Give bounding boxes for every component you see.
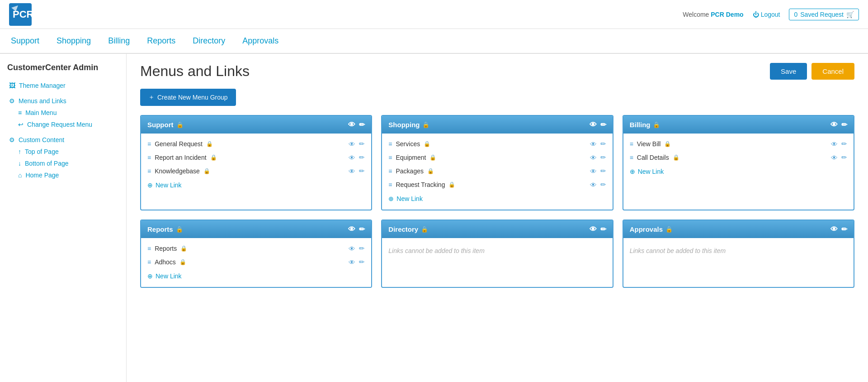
arrow-down-icon: ↓ — [18, 160, 21, 167]
menu-card-header-billing: Billing 🔒 👁 ✏ — [623, 116, 854, 134]
power-icon: ⏻ — [753, 11, 759, 18]
sidebar-item-theme-manager[interactable]: 🖼 Theme Manager — [7, 80, 119, 91]
nav-item-approvals[interactable]: Approvals — [241, 36, 280, 46]
edit-icon-billing[interactable]: ✏ — [841, 120, 847, 129]
sidebar-section-menus: ⚙ Menus and Links ≡ Main Menu ↩ Change R… — [7, 95, 119, 130]
plus-circle-icon: ⊕ — [147, 272, 153, 280]
edit-icon-shopping[interactable]: ✏ — [600, 120, 606, 129]
menu-row-general-request: ≡ General Request 🔒 👁 ✏ — [141, 137, 371, 151]
nav-item-directory[interactable]: Directory — [191, 36, 227, 46]
edit-icon-services[interactable]: ✏ — [600, 140, 606, 148]
menu-row-request-tracking: ≡ Request Tracking 🔒 👁 ✏ — [382, 178, 612, 191]
lock-icon-support: 🔒 — [176, 121, 184, 128]
eye-icon-support[interactable]: 👁 — [348, 121, 355, 129]
lock-icon-billing: 🔒 — [653, 121, 660, 128]
logout-button[interactable]: ⏻ Logout — [753, 11, 780, 18]
eye-icon-kb[interactable]: 👁 — [349, 167, 355, 175]
eye-icon-calldetails[interactable]: 👁 — [831, 154, 838, 162]
saved-request-button[interactable]: 0 Saved Request 🛒 — [789, 9, 859, 20]
cancel-button[interactable]: Cancel — [811, 63, 854, 80]
eye-icon-general[interactable]: 👁 — [349, 140, 355, 148]
nav-item-billing[interactable]: Billing — [106, 36, 132, 46]
menu-row-packages: ≡ Packages 🔒 👁 ✏ — [382, 164, 612, 178]
eye-icon-reports[interactable]: 👁 — [348, 225, 355, 234]
create-menu-group-button[interactable]: ＋ Create New Menu Group — [140, 89, 236, 106]
new-link-reports[interactable]: ⊕ New Link — [141, 269, 371, 283]
new-link-billing[interactable]: ⊕ New Link — [623, 164, 854, 179]
new-link-shopping[interactable]: ⊕ New Link — [382, 191, 612, 206]
menu-row-reports-link: ≡ Reports 🔒 👁 ✏ — [141, 242, 371, 255]
edit-icon-directory[interactable]: ✏ — [600, 225, 606, 234]
nav-item-support[interactable]: Support — [9, 36, 41, 46]
menu-card-body-support: ≡ General Request 🔒 👁 ✏ ≡ Report an Inci — [141, 134, 371, 196]
lock-icon-directory: 🔒 — [421, 226, 428, 233]
approvals-disabled-text: Links cannot be added to this item — [623, 242, 854, 260]
sidebar-item-main-menu[interactable]: ≡ Main Menu — [7, 107, 119, 119]
lock-icon-calldetails: 🔒 — [673, 154, 679, 161]
eye-icon-viewbill[interactable]: 👁 — [831, 140, 838, 148]
drag-icon: ≡ — [147, 140, 151, 148]
menu-row-report-incident: ≡ Report an Incident 🔒 👁 ✏ — [141, 151, 371, 164]
lock-icon-viewbill: 🔒 — [664, 141, 671, 147]
lock-icon-incident: 🔒 — [210, 154, 217, 161]
sidebar-item-change-request-menu[interactable]: ↩ Change Request Menu — [7, 119, 119, 130]
edit-icon-packages[interactable]: ✏ — [600, 167, 606, 175]
sidebar-item-top-of-page[interactable]: ↑ Top of Page — [7, 146, 119, 158]
eye-icon-packages[interactable]: 👁 — [590, 167, 597, 175]
menu-card-body-approvals: Links cannot be added to this item — [623, 238, 854, 263]
menu-row-equipment: ≡ Equipment 🔒 👁 ✏ — [382, 151, 612, 164]
edit-icon-reports[interactable]: ✏ — [359, 225, 365, 234]
edit-icon-general[interactable]: ✏ — [359, 140, 365, 148]
lock-icon-approvals: 🔒 — [665, 226, 673, 233]
lock-icon-general: 🔒 — [206, 141, 213, 147]
drag-icon: ≡ — [147, 258, 151, 266]
sidebar-item-custom-content[interactable]: ⚙ Custom Content — [7, 134, 119, 146]
edit-icon-incident[interactable]: ✏ — [359, 153, 365, 162]
edit-icon-approvals[interactable]: ✏ — [841, 225, 847, 234]
edit-icon-support[interactable]: ✏ — [359, 120, 365, 129]
edit-icon-calldetails[interactable]: ✏ — [841, 153, 847, 162]
main-nav: Support Shopping Billing Reports Directo… — [0, 29, 868, 54]
sidebar-item-home-page[interactable]: ⌂ Home Page — [7, 169, 119, 181]
nav-item-reports[interactable]: Reports — [145, 36, 177, 46]
approvals-title: Approvals — [630, 225, 663, 233]
eye-icon-tracking[interactable]: 👁 — [590, 181, 597, 189]
sidebar-item-bottom-of-page[interactable]: ↓ Bottom of Page — [7, 158, 119, 169]
eye-icon-directory[interactable]: 👁 — [590, 225, 597, 234]
nav-item-shopping[interactable]: Shopping — [55, 36, 93, 46]
edit-icon-viewbill[interactable]: ✏ — [841, 140, 847, 148]
new-link-support[interactable]: ⊕ New Link — [141, 178, 371, 192]
eye-icon-shopping[interactable]: 👁 — [590, 121, 597, 129]
menu-card-shopping: Shopping 🔒 👁 ✏ ≡ Services 🔒 — [381, 115, 613, 210]
eye-icon-approvals[interactable]: 👁 — [830, 225, 838, 234]
lock-icon-adhocs: 🔒 — [179, 259, 186, 265]
sidebar-item-menus-links[interactable]: ⚙ Menus and Links — [7, 95, 119, 107]
main-content: Menus and Links Save Cancel ＋ Create New… — [127, 54, 868, 382]
lock-icon-shopping: 🔒 — [422, 121, 429, 128]
logo: PCR — [9, 3, 32, 26]
sidebar-title: CustomerCenter Admin — [7, 63, 119, 72]
save-button[interactable]: Save — [770, 63, 807, 80]
plus-circle-icon: ⊕ — [388, 195, 394, 202]
lock-icon-tracking: 🔒 — [448, 181, 455, 188]
home-icon: ⌂ — [18, 172, 22, 179]
eye-icon-reports-link[interactable]: 👁 — [349, 245, 355, 253]
drag-icon: ≡ — [630, 154, 633, 161]
directory-title: Directory — [388, 225, 418, 233]
edit-icon-equipment[interactable]: ✏ — [600, 153, 606, 162]
edit-icon-adhocs[interactable]: ✏ — [359, 258, 365, 266]
menu-row-knowledgebase: ≡ Knowledgebase 🔒 👁 ✏ — [141, 164, 371, 178]
edit-icon-tracking[interactable]: ✏ — [600, 181, 606, 189]
eye-icon-incident[interactable]: 👁 — [349, 154, 355, 162]
lock-icon-packages: 🔒 — [427, 168, 434, 174]
menu-card-header-reports: Reports 🔒 👁 ✏ — [141, 220, 371, 238]
edit-icon-kb[interactable]: ✏ — [359, 167, 365, 175]
eye-icon-equipment[interactable]: 👁 — [590, 154, 597, 162]
sidebar: CustomerCenter Admin 🖼 Theme Manager ⚙ M… — [0, 54, 127, 382]
eye-icon-services[interactable]: 👁 — [590, 140, 597, 148]
eye-icon-adhocs[interactable]: 👁 — [349, 258, 355, 266]
drag-icon: ≡ — [388, 167, 392, 175]
menu-card-directory: Directory 🔒 👁 ✏ Links cannot be added to… — [381, 220, 613, 288]
eye-icon-billing[interactable]: 👁 — [830, 121, 838, 129]
edit-icon-reports-link[interactable]: ✏ — [359, 244, 365, 253]
